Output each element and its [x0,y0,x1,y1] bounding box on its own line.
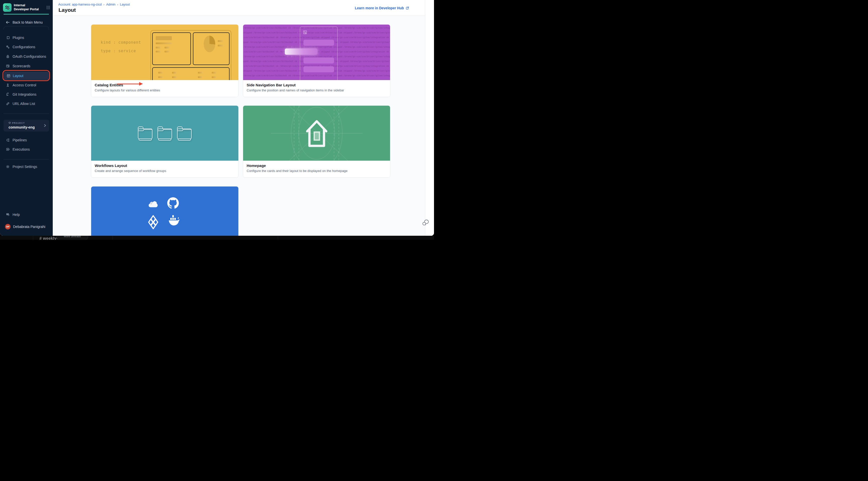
sidebar-item-label: Pipelines [12,138,27,142]
breadcrumb-separator: › [103,3,104,6]
sidebar-item-label: Git Integrations [12,92,36,96]
back-label: Back to Main Menu [12,20,43,24]
help-chat-icon: ? [6,213,10,217]
sidebar-item-executions[interactable]: Executions [2,145,50,154]
gear-icon [6,165,10,169]
sidebar-item-scorecards[interactable]: Scorecards [2,62,50,70]
breadcrumb-account-link[interactable]: Account: app-harness-ng-cicd [58,2,102,6]
workflows-card-art [91,106,238,161]
card-integrations[interactable] [91,186,239,236]
plugin-icon [6,36,10,40]
card-homepage[interactable]: Homepage Configure the cards and their l… [243,105,390,178]
sidebar-item-label: Layout [13,74,23,78]
sidebar-item-help[interactable]: ? Help [2,211,50,219]
sidebar-item-label: Help [12,213,20,217]
card-desc: Create and arrange sequence of workflow … [95,169,235,173]
sidebar-item-oauth-configurations[interactable]: OAuth Configurations [2,52,50,61]
yaml-type-line: type : service [101,49,136,53]
sidebar-item-git-integrations[interactable]: Git Integrations [2,90,50,99]
main-content: Account: app-harness-ng-cicd › Admin › L… [53,0,434,236]
breadcrumb: Account: app-harness-ng-cicd › Admin › L… [58,2,130,6]
app-window: Internal Developer Portal Back to Main M… [0,0,434,236]
homepage-card-art [243,106,390,161]
arrow-left-icon [6,20,10,24]
nav-item-pill [303,58,334,64]
section-divider [3,26,49,30]
card-side-navigation-layout[interactable]: skipped /drone/go-scm/scm/driver/bitbuck… [243,24,390,97]
git-branch-icon [6,92,10,96]
docker-icon [168,215,180,226]
folder-icon [156,126,173,141]
chat-widget-icon[interactable] [422,219,429,226]
lock-icon [6,55,10,59]
module-grid-icon[interactable] [46,5,50,9]
integrations-card-art [91,187,238,236]
sidebar-item-label: Scorecards [12,64,30,68]
back-to-main-menu[interactable]: Back to Main Menu [2,18,50,27]
app-title: Internal Developer Portal [14,3,41,11]
person-icon [6,83,10,87]
module-accent-line [3,14,49,14]
card-workflows-layout[interactable]: Workflows Layout Create and arrange sequ… [91,105,239,178]
learn-more-label: Learn more in Developer Hub [355,6,404,10]
wireframe-table-box [152,67,229,80]
card-desc: Configure layouts for various different … [95,88,235,92]
sidebar-item-label: Plugins [12,36,24,40]
breadcrumb-layout-link[interactable]: Layout [120,2,130,6]
bg-bottom-bar [0,240,434,241]
sidebar: Internal Developer Portal Back to Main M… [0,0,53,236]
project-label: PROJECT [12,122,25,124]
catalog-card-art: kind : component type : service [91,25,238,80]
layers-icon [8,122,11,124]
diamond-lattice-icon [148,215,158,229]
github-icon [167,197,179,209]
layout-icon [6,74,10,78]
sidebar-item-label: Access Control [12,83,36,87]
pipelines-icon [6,138,10,142]
sidebar-item-configurations[interactable]: Configurations [2,43,50,51]
sidebar-item-pipelines[interactable]: Pipelines [2,136,50,145]
folder-icon [176,126,193,141]
page-header: Account: app-harness-ng-cicd › Admin › L… [53,0,425,16]
project-selector[interactable]: PROJECT community-eng [3,120,49,132]
chevron-right-icon [43,124,47,128]
sidebar-item-label: OAuth Configurations [12,55,46,59]
wireframe-bar [218,40,223,42]
user-name: Debabrata Panigrahi [13,225,45,229]
wireframe-pie-chart [204,36,215,52]
gears-icon [6,45,10,49]
card-title: Side Navigation Bar Layout [247,83,386,87]
nav-item-pill [303,66,334,72]
question-glyph: ? [7,213,8,215]
blueprint-lines [243,106,390,161]
learn-more-link[interactable]: Learn more in Developer Hub [355,6,409,10]
sidebar-item-plugins[interactable]: Plugins [2,33,50,42]
nav-item-pill-highlighted [285,49,317,55]
page-title: Layout [59,7,76,13]
breadcrumb-admin-link[interactable]: Admin [106,2,116,6]
card-catalog-entities[interactable]: kind : component type : service [91,24,239,97]
card-title: Workflows Layout [95,163,235,168]
idp-logo [3,3,11,12]
card-desc: Configure the position and names of navi… [247,88,386,92]
wireframe-logo-icon [303,30,308,35]
sidebar-item-label: Configurations [12,45,35,49]
sidebar-item-label: Executions [12,147,30,151]
folder-icon [137,126,153,141]
nav-item-pill [303,40,334,46]
sidebar-item-url-allow-list[interactable]: URL Allow List [2,99,50,108]
sidebar-item-layout[interactable]: Layout [4,71,49,80]
wireframe-bar [218,45,223,46]
sidebar-item-label: URL Allow List [12,102,35,106]
google-cloud-icon [147,198,159,209]
card-title: Homepage [247,163,386,168]
external-link-icon [405,6,409,10]
card-title: Catalog Entities [95,83,235,87]
card-desc: Configure the cards and their layout to … [247,169,386,173]
user-avatar: DP [5,224,10,229]
yaml-kind-line: kind : component [101,40,141,45]
sidebar-item-project-settings[interactable]: Project Settings [2,162,50,171]
sidebar-item-access-control[interactable]: Access Control [2,81,50,89]
user-menu[interactable]: DP Debabrata Panigrahi [2,222,50,231]
link-icon [6,102,10,106]
